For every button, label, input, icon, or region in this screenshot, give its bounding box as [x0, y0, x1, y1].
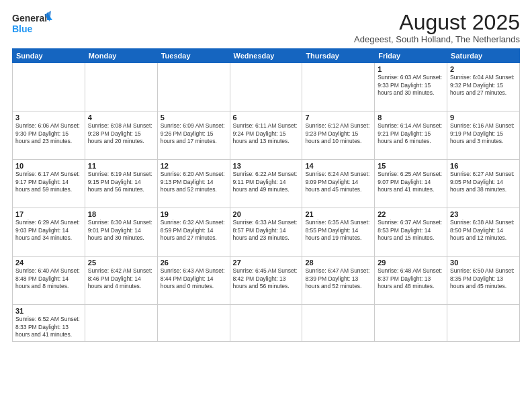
calendar-cell	[302, 63, 375, 111]
calendar-header-row: Sunday Monday Tuesday Wednesday Thursday…	[13, 49, 520, 63]
calendar-cell	[230, 305, 302, 341]
day-info: Sunrise: 6:06 AM Sunset: 9:30 PM Dayligh…	[15, 122, 82, 145]
header: General Blue August 2025 Adegeest, South…	[12, 11, 520, 44]
day-number: 29	[378, 259, 444, 267]
day-info: Sunrise: 6:11 AM Sunset: 9:24 PM Dayligh…	[233, 122, 300, 145]
day-info: Sunrise: 6:32 AM Sunset: 8:59 PM Dayligh…	[161, 219, 227, 242]
day-number: 7	[305, 113, 371, 122]
day-number: 2	[450, 65, 517, 73]
day-info: Sunrise: 6:24 AM Sunset: 9:09 PM Dayligh…	[305, 171, 371, 193]
col-friday: Friday	[375, 49, 447, 63]
day-info: Sunrise: 6:47 AM Sunset: 8:39 PM Dayligh…	[305, 267, 371, 290]
day-number: 9	[450, 113, 517, 122]
calendar-cell: 22Sunrise: 6:37 AM Sunset: 8:53 PM Dayli…	[375, 208, 447, 257]
calendar-cell: 11Sunrise: 6:19 AM Sunset: 9:15 PM Dayli…	[85, 160, 157, 208]
logo: General Blue	[12, 11, 52, 39]
calendar-cell: 6Sunrise: 6:11 AM Sunset: 9:24 PM Daylig…	[230, 111, 302, 160]
calendar-cell: 8Sunrise: 6:14 AM Sunset: 9:21 PM Daylig…	[375, 111, 447, 160]
calendar-cell: 13Sunrise: 6:22 AM Sunset: 9:11 PM Dayli…	[230, 160, 302, 208]
col-saturday: Saturday	[447, 49, 520, 63]
calendar-cell: 28Sunrise: 6:47 AM Sunset: 8:39 PM Dayli…	[302, 257, 375, 305]
calendar-cell: 5Sunrise: 6:09 AM Sunset: 9:26 PM Daylig…	[157, 111, 230, 160]
day-info: Sunrise: 6:14 AM Sunset: 9:21 PM Dayligh…	[378, 122, 444, 145]
calendar-cell: 25Sunrise: 6:42 AM Sunset: 8:46 PM Dayli…	[85, 257, 157, 305]
calendar-cell	[13, 63, 85, 111]
calendar-week-row: 3Sunrise: 6:06 AM Sunset: 9:30 PM Daylig…	[13, 111, 520, 160]
day-number: 20	[233, 210, 300, 218]
day-number: 19	[161, 210, 227, 218]
calendar-cell: 31Sunrise: 6:52 AM Sunset: 8:33 PM Dayli…	[13, 305, 85, 341]
calendar-week-row: 1Sunrise: 6:03 AM Sunset: 9:33 PM Daylig…	[13, 63, 520, 111]
calendar-cell: 7Sunrise: 6:12 AM Sunset: 9:23 PM Daylig…	[302, 111, 375, 160]
col-monday: Monday	[85, 49, 157, 63]
calendar-cell	[230, 63, 302, 111]
day-info: Sunrise: 6:09 AM Sunset: 9:26 PM Dayligh…	[161, 122, 227, 145]
col-sunday: Sunday	[13, 49, 85, 63]
day-info: Sunrise: 6:08 AM Sunset: 9:28 PM Dayligh…	[88, 122, 154, 145]
calendar-cell: 26Sunrise: 6:43 AM Sunset: 8:44 PM Dayli…	[157, 257, 230, 305]
day-info: Sunrise: 6:45 AM Sunset: 8:42 PM Dayligh…	[233, 267, 300, 290]
day-info: Sunrise: 6:40 AM Sunset: 8:48 PM Dayligh…	[15, 267, 82, 290]
day-number: 6	[233, 113, 300, 122]
day-number: 21	[305, 210, 371, 218]
day-number: 12	[161, 162, 227, 170]
day-info: Sunrise: 6:30 AM Sunset: 9:01 PM Dayligh…	[88, 219, 154, 242]
svg-text:General: General	[12, 13, 47, 24]
day-info: Sunrise: 6:25 AM Sunset: 9:07 PM Dayligh…	[378, 171, 444, 193]
day-number: 24	[15, 259, 82, 267]
calendar-cell	[447, 305, 520, 341]
day-info: Sunrise: 6:03 AM Sunset: 9:33 PM Dayligh…	[378, 74, 444, 97]
title-block: August 2025 Adegeest, South Holland, The…	[354, 11, 520, 44]
calendar-cell: 27Sunrise: 6:45 AM Sunset: 8:42 PM Dayli…	[230, 257, 302, 305]
day-info: Sunrise: 6:20 AM Sunset: 9:13 PM Dayligh…	[161, 171, 227, 193]
day-number: 22	[378, 210, 444, 218]
day-number: 15	[378, 162, 444, 170]
day-info: Sunrise: 6:52 AM Sunset: 8:33 PM Dayligh…	[15, 316, 82, 338]
day-info: Sunrise: 6:04 AM Sunset: 9:32 PM Dayligh…	[450, 74, 517, 97]
calendar-cell: 20Sunrise: 6:33 AM Sunset: 8:57 PM Dayli…	[230, 208, 302, 257]
day-number: 25	[88, 259, 154, 267]
calendar-cell: 1Sunrise: 6:03 AM Sunset: 9:33 PM Daylig…	[375, 63, 447, 111]
subtitle: Adegeest, South Holland, The Netherlands	[354, 34, 520, 44]
day-number: 13	[233, 162, 300, 170]
calendar-cell: 23Sunrise: 6:38 AM Sunset: 8:50 PM Dayli…	[447, 208, 520, 257]
day-info: Sunrise: 6:50 AM Sunset: 8:35 PM Dayligh…	[450, 267, 517, 290]
calendar-cell: 12Sunrise: 6:20 AM Sunset: 9:13 PM Dayli…	[157, 160, 230, 208]
calendar-table: Sunday Monday Tuesday Wednesday Thursday…	[12, 48, 520, 341]
day-number: 17	[15, 210, 82, 218]
page: General Blue August 2025 Adegeest, South…	[0, 0, 532, 411]
calendar-cell: 21Sunrise: 6:35 AM Sunset: 8:55 PM Dayli…	[302, 208, 375, 257]
calendar-cell: 10Sunrise: 6:17 AM Sunset: 9:17 PM Dayli…	[13, 160, 85, 208]
day-number: 31	[15, 307, 82, 315]
calendar-cell	[85, 63, 157, 111]
day-info: Sunrise: 6:37 AM Sunset: 8:53 PM Dayligh…	[378, 219, 444, 242]
day-info: Sunrise: 6:48 AM Sunset: 8:37 PM Dayligh…	[378, 267, 444, 290]
day-number: 14	[305, 162, 371, 170]
calendar-cell: 3Sunrise: 6:06 AM Sunset: 9:30 PM Daylig…	[13, 111, 85, 160]
day-info: Sunrise: 6:33 AM Sunset: 8:57 PM Dayligh…	[233, 219, 300, 242]
calendar-cell: 16Sunrise: 6:27 AM Sunset: 9:05 PM Dayli…	[447, 160, 520, 208]
calendar-cell: 14Sunrise: 6:24 AM Sunset: 9:09 PM Dayli…	[302, 160, 375, 208]
calendar-cell: 17Sunrise: 6:29 AM Sunset: 9:03 PM Dayli…	[13, 208, 85, 257]
day-info: Sunrise: 6:35 AM Sunset: 8:55 PM Dayligh…	[305, 219, 371, 242]
calendar-week-row: 24Sunrise: 6:40 AM Sunset: 8:48 PM Dayli…	[13, 257, 520, 305]
day-number: 5	[161, 113, 227, 122]
calendar-cell: 19Sunrise: 6:32 AM Sunset: 8:59 PM Dayli…	[157, 208, 230, 257]
day-number: 30	[450, 259, 517, 267]
main-title: August 2025	[354, 11, 520, 34]
calendar-cell: 4Sunrise: 6:08 AM Sunset: 9:28 PM Daylig…	[85, 111, 157, 160]
day-number: 27	[233, 259, 300, 267]
day-info: Sunrise: 6:42 AM Sunset: 8:46 PM Dayligh…	[88, 267, 154, 290]
day-info: Sunrise: 6:17 AM Sunset: 9:17 PM Dayligh…	[15, 171, 82, 193]
col-tuesday: Tuesday	[157, 49, 230, 63]
calendar-cell: 9Sunrise: 6:16 AM Sunset: 9:19 PM Daylig…	[447, 111, 520, 160]
day-number: 10	[15, 162, 82, 170]
day-number: 11	[88, 162, 154, 170]
calendar-cell: 18Sunrise: 6:30 AM Sunset: 9:01 PM Dayli…	[85, 208, 157, 257]
day-info: Sunrise: 6:12 AM Sunset: 9:23 PM Dayligh…	[305, 122, 371, 145]
day-info: Sunrise: 6:16 AM Sunset: 9:19 PM Dayligh…	[450, 122, 517, 145]
calendar-cell	[85, 305, 157, 341]
day-info: Sunrise: 6:43 AM Sunset: 8:44 PM Dayligh…	[161, 267, 227, 290]
day-number: 28	[305, 259, 371, 267]
calendar-cell: 30Sunrise: 6:50 AM Sunset: 8:35 PM Dayli…	[447, 257, 520, 305]
